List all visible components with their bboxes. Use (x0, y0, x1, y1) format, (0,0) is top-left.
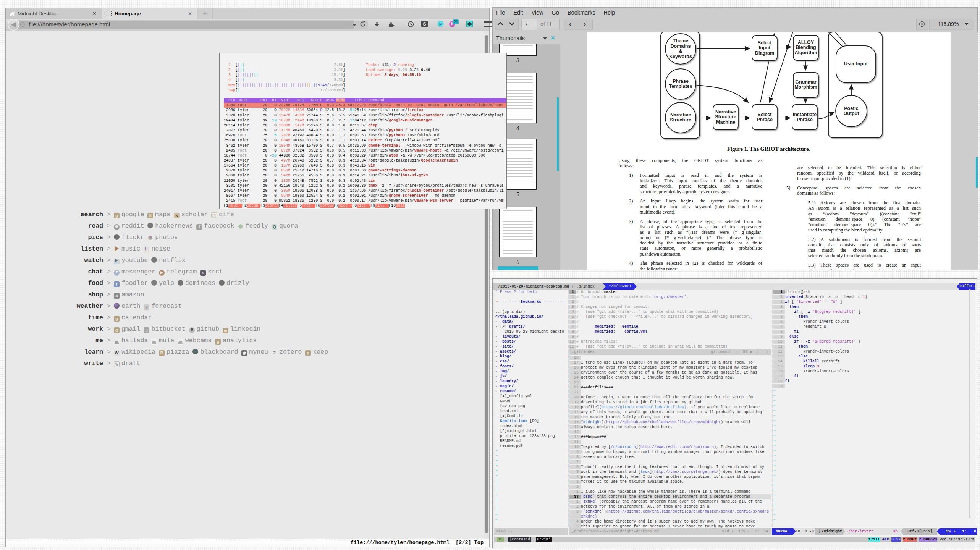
svg-text:&: & (679, 49, 682, 54)
svg-text:Structure: Structure (670, 117, 691, 123)
svg-text:Select: Select (758, 112, 772, 117)
svg-text:Phrase: Phrase (673, 79, 689, 84)
svg-text:Machine: Machine (716, 120, 735, 125)
svg-text:Diagram: Diagram (755, 50, 774, 56)
svg-text:Phrase: Phrase (797, 117, 813, 122)
svg-text:Narrative: Narrative (715, 109, 736, 115)
svg-text:Keywords: Keywords (669, 54, 692, 59)
svg-text:Algorithm: Algorithm (794, 50, 817, 55)
svg-text:Instantiate: Instantiate (793, 112, 817, 117)
svg-text:Structure: Structure (715, 114, 736, 120)
svg-text:Templates: Templates (669, 84, 692, 89)
svg-text:Morphism: Morphism (794, 84, 817, 90)
svg-text:ALLOY: ALLOY (798, 40, 814, 45)
svg-text:User Input: User Input (844, 61, 868, 66)
svg-text:Select: Select (758, 40, 772, 45)
svg-text:Output: Output (844, 111, 860, 116)
svg-text:Poetic: Poetic (844, 106, 859, 111)
svg-text:Blending: Blending (796, 45, 816, 50)
svg-text:Grammar: Grammar (795, 79, 817, 85)
svg-text:Narrative: Narrative (670, 112, 691, 118)
svg-text:Phrase: Phrase (757, 117, 773, 122)
svg-text:Theme: Theme (673, 38, 688, 44)
svg-text:Input: Input (759, 45, 771, 50)
svg-text:Domains: Domains (671, 44, 691, 49)
